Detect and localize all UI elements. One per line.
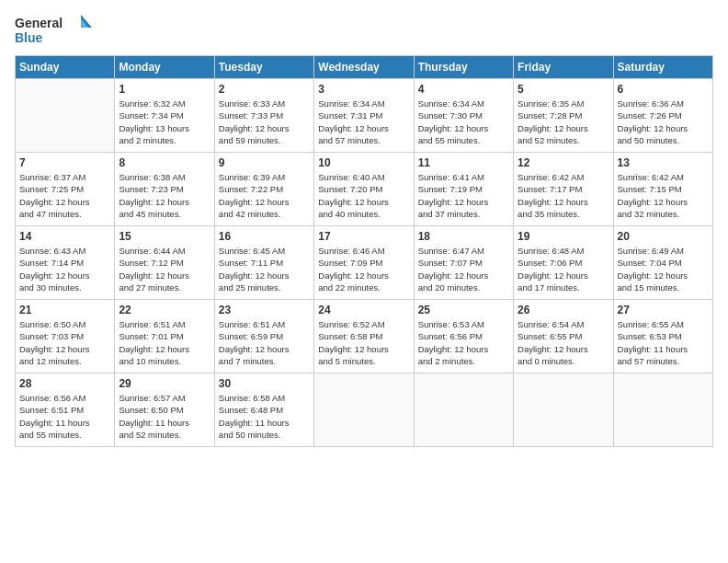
day-number: 12 [518, 156, 609, 169]
day-cell: 6Sunrise: 6:36 AMSunset: 7:26 PMDaylight… [613, 79, 712, 153]
day-number: 17 [318, 230, 409, 243]
day-cell: 4Sunrise: 6:34 AMSunset: 7:30 PMDaylight… [414, 79, 513, 153]
day-number: 7 [19, 156, 110, 169]
calendar-table: SundayMondayTuesdayWednesdayThursdayFrid… [15, 55, 713, 447]
day-header-friday: Friday [514, 56, 613, 79]
day-cell: 26Sunrise: 6:54 AMSunset: 6:55 PMDayligh… [514, 300, 613, 373]
day-info: Sunrise: 6:40 AMSunset: 7:20 PMDaylight:… [318, 171, 409, 220]
day-number: 3 [318, 83, 409, 96]
day-info: Sunrise: 6:34 AMSunset: 7:30 PMDaylight:… [418, 98, 509, 146]
day-cell: 1Sunrise: 6:32 AMSunset: 7:34 PMDaylight… [115, 79, 214, 153]
day-number: 26 [518, 304, 609, 316]
day-number: 15 [119, 230, 210, 243]
week-row-1: 1Sunrise: 6:32 AMSunset: 7:34 PMDaylight… [16, 79, 713, 153]
day-number: 10 [318, 156, 409, 169]
week-row-2: 7Sunrise: 6:37 AMSunset: 7:25 PMDaylight… [16, 153, 713, 226]
day-cell: 30Sunrise: 6:58 AMSunset: 6:48 PMDayligh… [214, 373, 313, 447]
day-number: 24 [318, 304, 409, 316]
day-number: 19 [518, 230, 609, 243]
day-number: 11 [418, 156, 509, 169]
day-info: Sunrise: 6:33 AMSunset: 7:33 PMDaylight:… [219, 98, 310, 146]
day-header-wednesday: Wednesday [314, 56, 414, 79]
day-info: Sunrise: 6:53 AMSunset: 6:56 PMDaylight:… [418, 318, 509, 367]
day-cell: 2Sunrise: 6:33 AMSunset: 7:33 PMDaylight… [214, 79, 313, 153]
day-cell: 8Sunrise: 6:38 AMSunset: 7:23 PMDaylight… [115, 153, 214, 226]
day-cell: 12Sunrise: 6:42 AMSunset: 7:17 PMDayligh… [514, 153, 613, 226]
page-container: GeneralBlue SundayMondayTuesdayWednesday… [0, 0, 728, 458]
day-cell: 5Sunrise: 6:35 AMSunset: 7:28 PMDaylight… [514, 79, 613, 153]
day-info: Sunrise: 6:38 AMSunset: 7:23 PMDaylight:… [119, 171, 210, 220]
week-row-3: 14Sunrise: 6:43 AMSunset: 7:14 PMDayligh… [16, 226, 713, 300]
day-cell: 19Sunrise: 6:48 AMSunset: 7:06 PMDayligh… [514, 226, 613, 300]
day-cell: 23Sunrise: 6:51 AMSunset: 6:59 PMDayligh… [214, 300, 313, 373]
day-number: 29 [119, 377, 210, 390]
day-cell: 21Sunrise: 6:50 AMSunset: 7:03 PMDayligh… [16, 300, 115, 373]
day-cell: 14Sunrise: 6:43 AMSunset: 7:14 PMDayligh… [16, 226, 115, 300]
day-info: Sunrise: 6:37 AMSunset: 7:25 PMDaylight:… [19, 171, 110, 220]
svg-text:General: General [15, 16, 63, 30]
day-number: 1 [119, 83, 210, 96]
day-cell: 20Sunrise: 6:49 AMSunset: 7:04 PMDayligh… [613, 226, 712, 300]
day-info: Sunrise: 6:44 AMSunset: 7:12 PMDaylight:… [119, 245, 210, 293]
day-info: Sunrise: 6:36 AMSunset: 7:26 PMDaylight:… [618, 98, 709, 146]
svg-text:Blue: Blue [15, 30, 43, 45]
week-row-4: 21Sunrise: 6:50 AMSunset: 7:03 PMDayligh… [16, 300, 713, 373]
day-cell: 15Sunrise: 6:44 AMSunset: 7:12 PMDayligh… [115, 226, 214, 300]
day-info: Sunrise: 6:39 AMSunset: 7:22 PMDaylight:… [219, 171, 310, 220]
day-info: Sunrise: 6:54 AMSunset: 6:55 PMDaylight:… [518, 318, 609, 367]
week-row-5: 28Sunrise: 6:56 AMSunset: 6:51 PMDayligh… [16, 373, 713, 447]
day-info: Sunrise: 6:49 AMSunset: 7:04 PMDaylight:… [618, 245, 709, 293]
day-header-sunday: Sunday [16, 56, 115, 79]
day-info: Sunrise: 6:51 AMSunset: 6:59 PMDaylight:… [219, 318, 310, 367]
day-cell [414, 373, 513, 447]
day-cell: 18Sunrise: 6:47 AMSunset: 7:07 PMDayligh… [414, 226, 513, 300]
day-number: 30 [219, 377, 310, 390]
days-header-row: SundayMondayTuesdayWednesdayThursdayFrid… [16, 56, 713, 79]
day-info: Sunrise: 6:50 AMSunset: 7:03 PMDaylight:… [19, 318, 110, 367]
day-cell: 9Sunrise: 6:39 AMSunset: 7:22 PMDaylight… [214, 153, 313, 226]
day-info: Sunrise: 6:51 AMSunset: 7:01 PMDaylight:… [119, 318, 210, 367]
day-info: Sunrise: 6:46 AMSunset: 7:09 PMDaylight:… [318, 245, 409, 293]
day-number: 6 [618, 83, 709, 96]
day-number: 21 [19, 304, 110, 316]
day-cell: 13Sunrise: 6:42 AMSunset: 7:15 PMDayligh… [613, 153, 712, 226]
day-cell: 27Sunrise: 6:55 AMSunset: 6:53 PMDayligh… [613, 300, 712, 373]
day-header-monday: Monday [115, 56, 214, 79]
day-number: 13 [618, 156, 709, 169]
day-cell: 28Sunrise: 6:56 AMSunset: 6:51 PMDayligh… [16, 373, 115, 447]
day-number: 5 [518, 83, 609, 96]
day-cell: 25Sunrise: 6:53 AMSunset: 6:56 PMDayligh… [414, 300, 513, 373]
day-number: 18 [418, 230, 509, 243]
day-info: Sunrise: 6:45 AMSunset: 7:11 PMDaylight:… [219, 245, 310, 293]
day-cell: 10Sunrise: 6:40 AMSunset: 7:20 PMDayligh… [314, 153, 414, 226]
logo: GeneralBlue [15, 11, 97, 48]
day-info: Sunrise: 6:48 AMSunset: 7:06 PMDaylight:… [518, 245, 609, 293]
day-number: 27 [618, 304, 709, 316]
day-cell: 11Sunrise: 6:41 AMSunset: 7:19 PMDayligh… [414, 153, 513, 226]
day-info: Sunrise: 6:57 AMSunset: 6:50 PMDaylight:… [119, 392, 210, 441]
day-number: 14 [19, 230, 110, 243]
day-info: Sunrise: 6:42 AMSunset: 7:15 PMDaylight:… [618, 171, 709, 220]
day-number: 4 [418, 83, 509, 96]
day-number: 9 [219, 156, 310, 169]
day-info: Sunrise: 6:55 AMSunset: 6:53 PMDaylight:… [618, 318, 709, 367]
day-info: Sunrise: 6:47 AMSunset: 7:07 PMDaylight:… [418, 245, 509, 293]
day-info: Sunrise: 6:32 AMSunset: 7:34 PMDaylight:… [119, 98, 210, 146]
day-cell [514, 373, 613, 447]
day-number: 20 [618, 230, 709, 243]
day-cell: 29Sunrise: 6:57 AMSunset: 6:50 PMDayligh… [115, 373, 214, 447]
day-info: Sunrise: 6:43 AMSunset: 7:14 PMDaylight:… [19, 245, 110, 293]
day-cell: 3Sunrise: 6:34 AMSunset: 7:31 PMDaylight… [314, 79, 414, 153]
day-cell: 7Sunrise: 6:37 AMSunset: 7:25 PMDaylight… [16, 153, 115, 226]
day-header-tuesday: Tuesday [214, 56, 313, 79]
day-number: 8 [119, 156, 210, 169]
day-number: 22 [119, 304, 210, 316]
day-number: 28 [19, 377, 110, 390]
day-cell [314, 373, 414, 447]
day-cell: 17Sunrise: 6:46 AMSunset: 7:09 PMDayligh… [314, 226, 414, 300]
day-info: Sunrise: 6:52 AMSunset: 6:58 PMDaylight:… [318, 318, 409, 367]
day-header-thursday: Thursday [414, 56, 513, 79]
day-info: Sunrise: 6:35 AMSunset: 7:28 PMDaylight:… [518, 98, 609, 146]
day-cell [613, 373, 712, 447]
day-header-saturday: Saturday [613, 56, 712, 79]
